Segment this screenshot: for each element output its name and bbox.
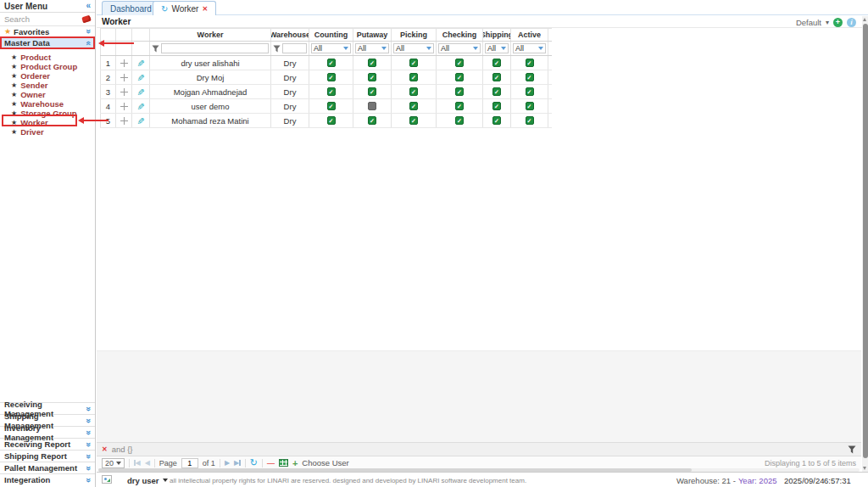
checking-checkbox[interactable] [455, 87, 464, 96]
filter-funnel-icon[interactable] [848, 445, 856, 454]
scroll-down-arrow-icon[interactable] [863, 467, 866, 470]
table-row[interactable]: 4 ✎ user demo Dry [100, 99, 552, 114]
move-crosshair-icon[interactable] [120, 88, 128, 96]
plus-icon[interactable]: + [292, 458, 298, 468]
counting-checkbox[interactable] [327, 59, 336, 67]
layout-selector[interactable]: Default [796, 18, 821, 27]
clear-filter-icon[interactable]: ✕ [102, 445, 108, 453]
picking-checkbox[interactable] [409, 73, 418, 81]
sidebar-section[interactable]: Integeration » [0, 473, 95, 485]
funnel-icon[interactable] [152, 45, 159, 53]
counting-filter-select[interactable]: All [311, 43, 351, 53]
edit-pencil-icon[interactable]: ✎ [136, 87, 146, 95]
move-crosshair-icon[interactable] [120, 117, 128, 125]
tab-refresh-icon[interactable]: ↻ [161, 4, 168, 14]
checking-checkbox[interactable] [455, 59, 464, 67]
active-filter-select[interactable]: All [513, 43, 546, 53]
edit-pencil-icon[interactable]: ✎ [136, 102, 146, 109]
sidebar-collapse-icon[interactable]: « [86, 2, 91, 10]
table-row[interactable]: 5 ✎ Mohamad reza Matini Dry [100, 114, 552, 128]
master-data-collapse-icon[interactable]: « [84, 41, 92, 46]
move-crosshair-icon[interactable] [120, 74, 128, 81]
sidebar-item[interactable]: ★ Product Group [0, 62, 95, 71]
tab-close-icon[interactable]: ✕ [202, 5, 208, 13]
sidebar-item[interactable]: ★ Warehouse [0, 99, 95, 109]
picking-checkbox[interactable] [409, 87, 418, 96]
picking-checkbox[interactable] [409, 59, 418, 67]
favorites-expand-icon[interactable]: » [84, 29, 92, 34]
warehouse-filter-input[interactable] [282, 43, 307, 53]
info-button[interactable]: i [847, 18, 856, 27]
add-button[interactable]: + [833, 18, 843, 27]
section-expand-icon[interactable]: » [84, 406, 92, 411]
user-menu-dropdown[interactable]: dry user [127, 473, 168, 487]
shipping-filter-select[interactable]: All [485, 43, 509, 53]
sidebar-section[interactable]: Pallet Management » [0, 462, 95, 473]
sidebar-item[interactable]: ★ Orderer [0, 71, 95, 81]
tab-dashboard[interactable]: Dashboard [102, 1, 160, 15]
col-shipping[interactable]: Shipping [483, 29, 511, 41]
sidebar-item[interactable]: ★ Driver [0, 127, 95, 137]
edit-pencil-icon[interactable]: ✎ [136, 116, 146, 124]
checking-checkbox[interactable] [455, 73, 464, 81]
col-checking[interactable]: Checking [437, 29, 483, 41]
putaway-checkbox[interactable] [368, 116, 376, 125]
picking-filter-select[interactable]: All [393, 43, 434, 53]
first-page-button[interactable]: ◀ [134, 460, 141, 467]
table-row[interactable]: 1 ✎ dry user alishahi Dry [100, 56, 552, 70]
table-row[interactable]: 3 ✎ Mojgan Ahmadnejad Dry [100, 85, 552, 99]
vertical-scrollbar-thumb[interactable] [863, 24, 868, 458]
current-page-input[interactable] [181, 458, 198, 468]
section-expand-icon[interactable]: » [84, 454, 92, 459]
sidebar-search[interactable]: Search [0, 13, 95, 26]
putaway-filter-select[interactable]: All [355, 43, 389, 53]
table-row[interactable]: 2 ✎ Dry Moj Dry [100, 70, 552, 85]
active-checkbox[interactable] [526, 116, 534, 125]
col-counting[interactable]: Counting [309, 29, 353, 41]
section-expand-icon[interactable]: » [84, 442, 92, 447]
choose-user-button[interactable]: Choose User [302, 458, 348, 467]
active-checkbox[interactable] [526, 87, 534, 96]
checking-checkbox[interactable] [455, 102, 464, 110]
counting-checkbox[interactable] [327, 73, 336, 81]
sidebar-item[interactable]: ★ Storage Group [0, 109, 95, 118]
scroll-up-arrow-icon[interactable] [863, 18, 866, 21]
section-expand-icon[interactable]: » [84, 478, 92, 483]
move-crosshair-icon[interactable] [120, 103, 128, 110]
sidebar-item[interactable]: ★ Sender [0, 81, 95, 90]
checking-checkbox[interactable] [455, 116, 464, 125]
picking-checkbox[interactable] [409, 116, 418, 125]
last-page-button[interactable]: ▶ [234, 460, 241, 467]
worker-filter-input[interactable] [161, 43, 269, 53]
refresh-grid-icon[interactable]: ↻ [250, 457, 258, 468]
remove-icon[interactable]: — [267, 459, 275, 467]
putaway-checkbox[interactable] [368, 59, 376, 67]
sidebar-item[interactable]: ★ Worker [0, 118, 95, 127]
active-checkbox[interactable] [526, 102, 534, 110]
shipping-checkbox[interactable] [492, 59, 501, 67]
move-crosshair-icon[interactable] [120, 59, 128, 67]
edit-pencil-icon[interactable]: ✎ [136, 73, 146, 81]
putaway-checkbox[interactable] [368, 102, 376, 110]
section-expand-icon[interactable]: » [84, 418, 92, 423]
page-size-select[interactable]: 20 [102, 458, 125, 468]
putaway-checkbox[interactable] [368, 87, 376, 96]
col-worker[interactable]: Worker [150, 29, 271, 41]
shipping-checkbox[interactable] [492, 87, 501, 96]
clear-search-icon[interactable] [81, 15, 92, 24]
search-input[interactable]: Search [4, 14, 30, 24]
shipping-checkbox[interactable] [492, 73, 501, 81]
sidebar-section-favorites[interactable]: ★ Favorites » [0, 26, 95, 37]
sidebar-section[interactable]: Inventory Management » [0, 426, 95, 438]
counting-checkbox[interactable] [327, 102, 336, 110]
funnel-icon[interactable] [273, 45, 281, 53]
sidebar-section[interactable]: Shipping Report » [0, 450, 95, 462]
grid-view-icon[interactable] [279, 459, 288, 467]
shipping-checkbox[interactable] [492, 116, 501, 125]
section-expand-icon[interactable]: » [84, 466, 92, 471]
prev-page-button[interactable]: ◀ [145, 460, 150, 467]
col-active[interactable]: Active [511, 29, 548, 41]
sidebar-item[interactable]: ★ Product [0, 53, 95, 62]
picking-checkbox[interactable] [409, 102, 418, 110]
active-checkbox[interactable] [526, 59, 534, 67]
